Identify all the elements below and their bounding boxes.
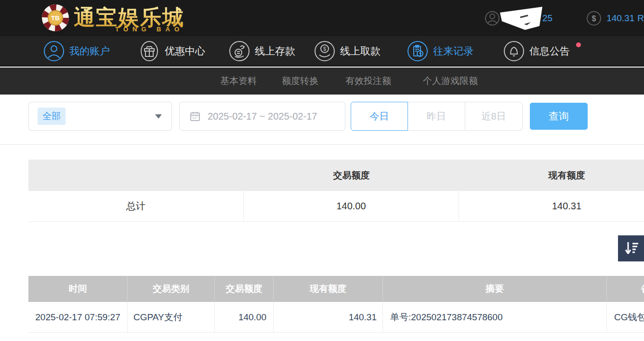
- nav-label: 信息公告: [529, 44, 570, 58]
- dollar-coin-icon: $: [586, 11, 602, 26]
- col-transaction-amount: 交易额度: [215, 276, 274, 302]
- date-range-input[interactable]: 2025-02-17 ~ 2025-02-17: [179, 102, 345, 131]
- today-button[interactable]: 今日: [351, 102, 408, 131]
- balance-display[interactable]: $ 140.31 R: [586, 11, 644, 26]
- top-header-bar: TB 通宝娱乐城 TONG BAO 25: [0, 0, 644, 36]
- summary-total-label: 总计: [28, 191, 244, 221]
- col-transaction-type: 交易类别: [128, 276, 215, 302]
- col-remarks: 备注: [607, 276, 644, 302]
- summary-header-row: 交易额度 现有额度: [28, 160, 644, 191]
- deposit-icon: [229, 41, 250, 62]
- quick-date-buttons: 今日 昨日 近8日: [351, 102, 523, 131]
- yesterday-button[interactable]: 昨日: [408, 102, 465, 131]
- section-divider: [0, 144, 644, 145]
- user-icon: [485, 11, 500, 26]
- transactions-header-row: 时间 交易类别 交易额度 现有额度 摘要 备注: [28, 276, 644, 302]
- notification-dot: [576, 42, 581, 47]
- nav-promotions[interactable]: 优惠中心: [139, 36, 205, 66]
- transactions-table: 时间 交易类别 交易额度 现有额度 摘要 备注 2025-02-17 07:59…: [28, 276, 644, 333]
- subnav-personal-game-limits[interactable]: 个人游戏限额: [423, 68, 478, 95]
- casino-chip-icon: TB: [41, 3, 70, 32]
- nav-label: 线上取款: [340, 44, 381, 58]
- nav-transaction-records[interactable]: 往来记录: [407, 36, 473, 66]
- summary-current-balance: 140.31: [459, 191, 644, 221]
- my-account-icon: [43, 41, 65, 62]
- gift-icon: [139, 41, 160, 62]
- summary-header-transaction-amount: 交易额度: [244, 160, 459, 191]
- query-button[interactable]: 查询: [530, 103, 588, 130]
- nav-online-deposit[interactable]: 线上存款: [229, 36, 295, 66]
- transaction-row: 2025-02-17 07:59:27 CGPAY支付 140.00 140.3…: [28, 302, 644, 333]
- chevron-down-icon: [155, 114, 162, 119]
- subnav-basic-info[interactable]: 基本资料: [220, 68, 257, 95]
- summary-total-row: 总计 140.00 140.31: [28, 191, 644, 222]
- subnav-credit-transfer[interactable]: 额度转换: [282, 68, 318, 95]
- sort-descending-button[interactable]: [618, 235, 644, 261]
- summary-header-current-balance: 现有额度: [459, 160, 644, 191]
- nav-my-account[interactable]: 我的账户: [43, 36, 110, 66]
- summary-transaction-amount: 140.00: [244, 191, 459, 221]
- logo-subtitle: TONG BAO: [115, 26, 184, 33]
- summary-header-blank: [28, 160, 244, 191]
- balance-suffix: R: [637, 13, 644, 24]
- date-range-value: 2025-02-17 ~ 2025-02-17: [208, 111, 317, 122]
- svg-text:$: $: [323, 46, 326, 52]
- transaction-type-select[interactable]: 全部: [28, 102, 172, 131]
- summary-table: 交易额度 现有额度 总计 140.00 140.31: [28, 160, 644, 222]
- tx-time: 2025-02-17 07:59:27: [28, 302, 128, 332]
- username-redaction-scribble: [496, 3, 549, 37]
- sub-navigation: 基本资料 额度转换 有效投注额 个人游戏限额: [0, 68, 644, 95]
- username-display[interactable]: 25: [485, 11, 552, 26]
- last-8-days-button[interactable]: 近8日: [465, 102, 523, 131]
- nav-announcements[interactable]: 信息公告: [503, 36, 570, 66]
- bell-icon: [503, 41, 525, 62]
- tx-balance: 140.31: [274, 302, 383, 332]
- site-logo[interactable]: TB 通宝娱乐城 TONG BAO: [41, 3, 184, 32]
- tx-amount: 140.00: [215, 302, 274, 332]
- sort-descending-icon: [623, 240, 640, 257]
- nav-label: 优惠中心: [165, 44, 205, 58]
- main-navigation: 我的账户 优惠中心 线上存款 $: [0, 36, 644, 67]
- calendar-icon: [189, 110, 201, 122]
- withdrawal-icon: $: [314, 41, 335, 62]
- balance-amount: 140.31: [606, 13, 634, 24]
- svg-text:TB: TB: [51, 14, 59, 22]
- tx-summary: 单号:202502173874578600: [383, 302, 607, 332]
- nav-online-withdrawal[interactable]: $ 线上取款: [314, 36, 381, 66]
- tx-type: CGPAY支付: [128, 302, 215, 332]
- records-icon: [407, 41, 428, 62]
- subnav-valid-bets[interactable]: 有效投注额: [345, 68, 391, 95]
- nav-label: 线上存款: [255, 44, 295, 58]
- nav-label: 往来记录: [433, 44, 473, 58]
- col-summary: 摘要: [383, 276, 607, 302]
- col-time: 时间: [28, 276, 128, 302]
- col-current-balance: 现有额度: [274, 276, 383, 302]
- svg-text:$: $: [592, 14, 596, 23]
- nav-label: 我的账户: [69, 44, 110, 58]
- tx-remarks: CG钱包: [607, 302, 644, 332]
- transaction-records-page: TB 通宝娱乐城 TONG BAO 25: [0, 0, 644, 341]
- account-area: 25 $ 140.31 R: [485, 0, 644, 36]
- username-text: 25: [542, 13, 552, 24]
- selected-type-chip: 全部: [38, 108, 66, 125]
